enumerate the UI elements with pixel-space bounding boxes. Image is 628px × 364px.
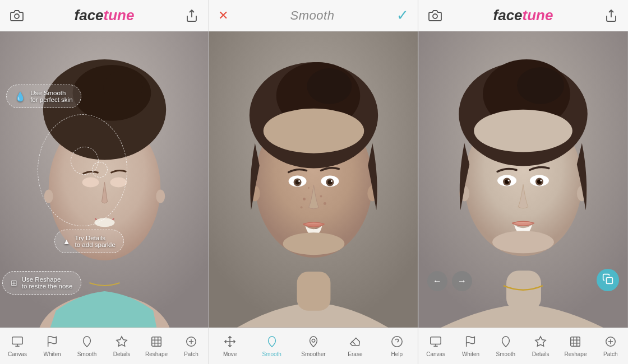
- toolbar-right: Canvas Whiten Smooth: [418, 328, 628, 364]
- tool-canvas-left[interactable]: Canvas: [0, 328, 35, 364]
- svg-point-50: [433, 14, 437, 18]
- svg-point-29: [324, 202, 326, 205]
- tool-details-left[interactable]: Details: [104, 328, 139, 364]
- tool-help-middle[interactable]: Help: [376, 328, 418, 364]
- svg-point-0: [15, 14, 19, 18]
- svg-rect-71: [431, 337, 441, 344]
- panel-middle: ✕ Smooth ✓: [209, 0, 418, 364]
- smooth-label-left: Smooth: [77, 351, 96, 357]
- svg-rect-70: [607, 277, 613, 283]
- image-area-left: 💧 Use Smoothfor perfect skin ▲ Try Detai…: [0, 31, 209, 328]
- svg-point-58: [474, 110, 572, 152]
- tool-smooth-middle[interactable]: Smooth: [251, 328, 292, 364]
- reshape-icon-left: [150, 335, 163, 349]
- canvas-label-left: Canvas: [8, 351, 27, 357]
- tool-smoother-middle[interactable]: Smoother: [293, 328, 334, 364]
- svg-point-34: [307, 68, 352, 104]
- svg-point-44: [283, 232, 345, 255]
- header-middle: ✕ Smooth ✓: [209, 0, 418, 31]
- svg-point-35: [264, 109, 364, 153]
- svg-point-39: [298, 180, 300, 182]
- move-icon-middle: [224, 335, 236, 349]
- reshape-icon-right: [569, 335, 581, 349]
- header-right: facetune: [418, 0, 628, 31]
- svg-rect-23: [297, 272, 331, 311]
- svg-point-28: [301, 206, 303, 208]
- svg-point-62: [508, 180, 510, 181]
- canvas-label-right: Canvas: [426, 351, 445, 357]
- logo-face-right: face: [493, 7, 523, 24]
- smoother-icon-middle: [307, 335, 320, 349]
- toolbar-middle: Move Smooth Smoother: [209, 328, 418, 364]
- camera-icon-left[interactable]: [9, 8, 25, 24]
- header-title-middle: Smooth: [290, 8, 335, 23]
- tool-move-middle[interactable]: Move: [209, 328, 251, 364]
- svg-point-30: [308, 187, 310, 189]
- move-label-middle: Move: [223, 351, 237, 357]
- whiten-icon-left: [46, 335, 58, 349]
- share-icon-left[interactable]: [184, 8, 200, 24]
- erase-icon-middle: [349, 335, 361, 349]
- whiten-label-right: Whiten: [462, 351, 479, 357]
- svg-point-8: [82, 178, 99, 188]
- canvas-icon-right: [430, 335, 442, 349]
- help-icon-middle: [391, 335, 403, 349]
- svg-point-43: [331, 180, 333, 182]
- patch-label-left: Patch: [184, 351, 198, 357]
- tool-details-right[interactable]: Details: [523, 328, 558, 364]
- panel-left: facetune: [0, 0, 209, 364]
- tool-smooth-left[interactable]: Smooth: [70, 328, 104, 364]
- svg-marker-73: [535, 336, 546, 346]
- image-area-middle: [209, 31, 418, 328]
- svg-point-26: [320, 195, 322, 197]
- tool-smooth-right[interactable]: Smooth: [488, 328, 523, 364]
- header-left: facetune: [0, 0, 209, 31]
- whiten-icon-right: [464, 335, 477, 349]
- toolbar-left: Canvas Whiten Smooth: [0, 328, 209, 364]
- tool-reshape-right[interactable]: Reshape: [558, 328, 593, 364]
- svg-point-66: [540, 180, 542, 181]
- svg-rect-74: [571, 337, 580, 346]
- whiten-label-left: Whiten: [43, 351, 61, 357]
- patch-icon-right: [604, 335, 617, 349]
- copy-icon: [602, 273, 613, 287]
- svg-point-25: [303, 198, 306, 200]
- svg-rect-13: [12, 337, 22, 344]
- details-label-left: Details: [113, 351, 131, 357]
- share-icon-right[interactable]: [603, 8, 619, 24]
- patch-icon-left: [185, 335, 197, 349]
- svg-point-11: [44, 189, 53, 203]
- details-icon-right: [534, 335, 547, 349]
- copy-button[interactable]: [597, 269, 619, 291]
- panel-right: facetune: [418, 0, 628, 364]
- svg-point-9: [110, 178, 127, 188]
- details-icon-left: [116, 335, 128, 349]
- tool-whiten-right[interactable]: Whiten: [453, 328, 488, 364]
- logo-face-left: face: [75, 7, 104, 24]
- smooth-icon-left: [81, 335, 93, 349]
- smooth-label-middle: Smooth: [262, 351, 281, 357]
- patch-label-right: Patch: [603, 351, 618, 357]
- tool-patch-right[interactable]: Patch: [593, 328, 628, 364]
- image-area-right: ← →: [418, 31, 628, 328]
- smooth-icon-middle: [266, 335, 278, 349]
- tool-whiten-left[interactable]: Whiten: [35, 328, 70, 364]
- confirm-button[interactable]: ✓: [396, 7, 409, 24]
- svg-point-48: [392, 336, 402, 346]
- cancel-button[interactable]: ✕: [218, 8, 228, 23]
- reshape-label-left: Reshape: [145, 351, 168, 357]
- svg-point-7: [104, 71, 143, 104]
- smoother-label-middle: Smoother: [301, 351, 325, 357]
- erase-label-middle: Erase: [348, 351, 362, 357]
- smooth-icon-right: [500, 335, 512, 349]
- forward-button[interactable]: →: [452, 271, 472, 291]
- details-label-right: Details: [532, 351, 550, 357]
- camera-icon-right[interactable]: [427, 8, 443, 24]
- tool-patch-left[interactable]: Patch: [174, 328, 209, 364]
- canvas-icon-left: [11, 335, 24, 349]
- back-button[interactable]: ←: [427, 271, 447, 291]
- tool-canvas-right[interactable]: Canvas: [418, 328, 453, 364]
- tool-erase-middle[interactable]: Erase: [334, 328, 376, 364]
- tool-reshape-left[interactable]: Reshape: [139, 328, 174, 364]
- help-label-middle: Help: [391, 351, 403, 357]
